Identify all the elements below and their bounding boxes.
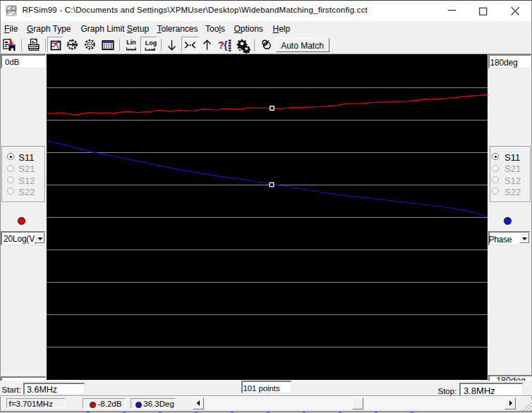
svg-text:Lin: Lin bbox=[126, 39, 136, 46]
svg-text:Log: Log bbox=[145, 39, 157, 47]
svg-text:{: { bbox=[224, 39, 228, 51]
